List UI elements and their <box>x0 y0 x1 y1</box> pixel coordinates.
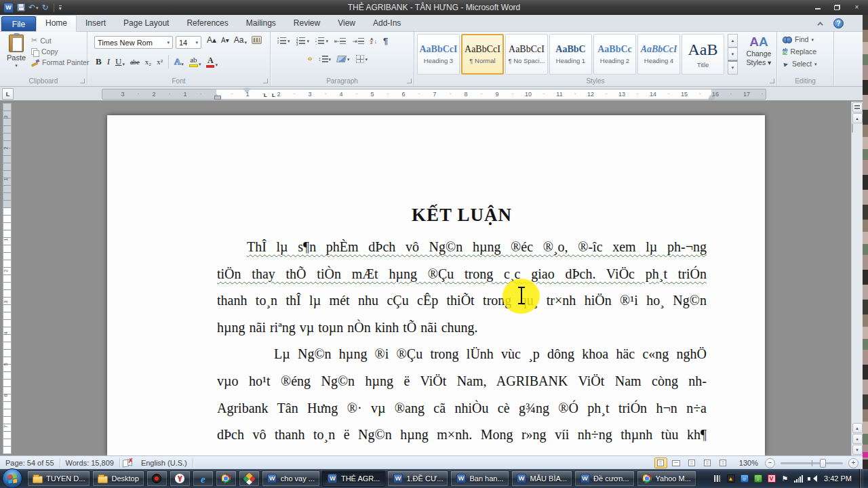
font-name-dropdown-icon[interactable]: ▾ <box>167 40 170 45</box>
taskbar-item-yandex[interactable]: Y <box>170 470 191 487</box>
tab-stop-marker[interactable]: L <box>264 93 267 98</box>
customize-qat-button[interactable]: ▾ <box>59 5 62 10</box>
redo-button[interactable]: ↻ <box>42 3 49 12</box>
find-button[interactable]: Find▾ <box>783 35 817 43</box>
align-center-button[interactable] <box>288 58 292 60</box>
style-heading-4[interactable]: AaBbCcIHeading 4 <box>637 34 680 75</box>
style--normal[interactable]: AaBbCcI¶ Normal <box>461 34 504 75</box>
taskbar-clock[interactable]: 3:42 PM <box>824 474 852 483</box>
document-text[interactable]: KẾT LUẬN ThÎ lµ s¶n phÈm dÞch vô Ng©n hµ… <box>217 205 707 449</box>
document-line[interactable]: hµng nãi riªng vµ toµn nÒn kinh tÕ nãi c… <box>217 314 707 342</box>
taskbar-item-word-de-cuong-2[interactable]: WĐề cươn... <box>574 470 634 487</box>
line-spacing-button[interactable]: ↕▾ <box>318 56 331 62</box>
draft-view-button[interactable] <box>717 458 730 468</box>
tab-references[interactable]: References <box>178 16 237 31</box>
font-size-combobox[interactable]: 14▾ <box>176 36 201 49</box>
action-center-flag-icon[interactable]: ⚑ <box>781 474 789 483</box>
taskbar-item-folder-tuyen-d[interactable]: TUYEN D... <box>27 470 90 487</box>
show-desktop-button[interactable] <box>859 469 864 488</box>
grow-font-button[interactable]: A▴ <box>207 35 216 45</box>
document-page[interactable]: KẾT LUẬN ThÎ lµ s¶n phÈm dÞch vô Ng©n hµ… <box>107 115 765 455</box>
style-heading-3[interactable]: AaBbCcIHeading 3 <box>417 34 460 75</box>
updater-tray-icon[interactable]: ▲ <box>726 474 735 483</box>
word-app-icon[interactable]: W <box>3 3 14 13</box>
shrink-font-button[interactable]: A▾ <box>221 37 229 44</box>
text-highlight-button[interactable]: ab▾ <box>189 56 201 67</box>
paste-dropdown-icon[interactable]: ▾ <box>15 63 18 68</box>
bold-button[interactable]: B <box>96 56 102 67</box>
clipboard-dialog-launcher[interactable] <box>80 79 85 83</box>
text-effects-button[interactable]: A▾ <box>174 56 184 67</box>
styles-scroll-up-button[interactable]: ▲ <box>728 34 738 47</box>
document-line[interactable]: Agribank Tân Hưng ®· vµ ®ang cã nhiÒu cè… <box>217 395 707 422</box>
zoom-in-button[interactable]: + <box>848 458 859 468</box>
previous-page-button[interactable]: ▲ <box>852 423 863 433</box>
italic-button[interactable]: I <box>107 56 110 67</box>
media-tray-icon[interactable] <box>713 474 722 483</box>
decrease-indent-button[interactable]: ⇤ <box>334 38 347 45</box>
document-line[interactable]: thanh to¸n thÎ lµ mét nhu cÇu cÊp thiÕt … <box>217 287 707 314</box>
styles-scroll-down-button[interactable]: ▼ <box>728 47 738 61</box>
replace-button[interactable]: abacReplace <box>783 47 817 56</box>
tab-mailings[interactable]: Mailings <box>237 16 285 31</box>
zoom-level[interactable]: 130% <box>739 459 758 467</box>
document-line[interactable]: ThÎ lµ s¶n phÈm dÞch vô Ng©n hµng ®éc ®¸… <box>217 234 707 261</box>
copy-button[interactable]: Copy <box>31 47 89 56</box>
minimize-ribbon-button[interactable] <box>816 19 827 28</box>
cut-button[interactable]: ✂Cut <box>31 36 89 45</box>
multilevel-list-button[interactable]: ⁃•⁃▾ <box>315 37 328 45</box>
word-count[interactable]: Words: 15,809 <box>60 459 119 467</box>
web-layout-view-button[interactable] <box>686 458 698 468</box>
style-heading-1[interactable]: AaBbCHeading 1 <box>549 34 592 75</box>
download-manager-tray-icon[interactable]: ↓ <box>753 474 762 483</box>
show-hide-marks-button[interactable]: ¶ <box>383 36 388 46</box>
align-left-button[interactable] <box>277 58 281 60</box>
antivirus-tray-icon[interactable]: V <box>767 474 776 483</box>
shading-button[interactable]: ▾ <box>337 56 350 62</box>
start-button[interactable] <box>2 468 22 488</box>
change-styles-button[interactable]: AA Change Styles ▾ <box>743 35 775 77</box>
superscript-button[interactable]: x² <box>157 58 163 66</box>
zoom-slider[interactable] <box>781 462 843 464</box>
document-line[interactable]: Lµ Ng©n hµng ®i ®Çu trong lÜnh vùc ¸p dô… <box>217 341 707 368</box>
underline-button[interactable]: U▾ <box>115 56 125 67</box>
undo-dropdown-icon[interactable]: ▾ <box>36 5 39 10</box>
scroll-up-button[interactable]: ▲ <box>852 113 863 123</box>
document-line[interactable]: tiÖn thay thÕ tiÒn mÆt hµng ®Çu trong c¸… <box>217 261 707 288</box>
page-indicator[interactable]: Page: 54 of 55 <box>0 459 60 467</box>
outline-view-button[interactable] <box>701 458 714 468</box>
volume-icon[interactable] <box>808 474 816 483</box>
font-size-dropdown-icon[interactable]: ▾ <box>195 40 198 45</box>
paragraph-dialog-launcher[interactable] <box>407 79 412 83</box>
style-title[interactable]: AaBTitle <box>682 34 724 75</box>
proofing-errors-icon[interactable] <box>123 459 133 466</box>
close-button[interactable]: × <box>848 2 866 12</box>
paste-button[interactable]: Paste ▾ <box>3 35 30 77</box>
save-button[interactable] <box>17 3 25 12</box>
taskbar-item-word-mau-bia[interactable]: WMẪU BÌA... <box>511 470 572 487</box>
tab-insert[interactable]: Insert <box>77 16 115 31</box>
tab-add-ins[interactable]: Add-Ins <box>364 16 410 31</box>
style-heading-2[interactable]: AaBbCcHeading 2 <box>593 34 636 75</box>
borders-button[interactable]: ▾ <box>356 55 368 63</box>
left-indent-marker[interactable] <box>214 94 220 100</box>
tab-review[interactable]: Review <box>285 16 329 31</box>
taskbar-item-word-the-agribank[interactable]: WTHẺ AGR... <box>322 470 385 487</box>
taskbar-item-folder-desktop[interactable]: Desktop <box>92 470 144 487</box>
document-line[interactable]: vµo ho¹t ®éng Ng©n hµng ë ViÖt Nam, AGRI… <box>217 368 707 395</box>
taskbar-item-internet-explorer[interactable]: e <box>193 470 214 487</box>
view-ruler-toggle-button[interactable] <box>852 102 863 113</box>
clear-formatting-icon[interactable] <box>252 36 262 44</box>
undo-button[interactable]: ↶▾ <box>28 3 39 12</box>
print-layout-view-button[interactable] <box>654 458 667 468</box>
help-button[interactable]: ? <box>833 18 844 28</box>
strikethrough-button[interactable]: abe <box>130 58 140 66</box>
justify-button[interactable] <box>308 58 312 60</box>
minimize-button[interactable] <box>808 2 827 12</box>
messenger-tray-icon[interactable]: ☺ <box>740 474 749 483</box>
full-screen-reading-view-button[interactable] <box>670 458 683 468</box>
style--no-spaci-[interactable]: AaBbCcI¶ No Spaci... <box>505 34 548 75</box>
taskbar-item-word-cho-vay[interactable]: Wcho vay ... <box>262 470 320 487</box>
next-page-button[interactable]: ▼ <box>852 445 863 455</box>
font-color-button[interactable]: A▾ <box>206 56 218 68</box>
